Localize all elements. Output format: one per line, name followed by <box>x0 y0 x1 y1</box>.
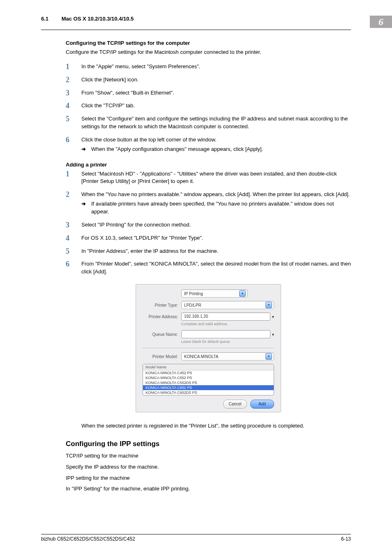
list-item[interactable]: KONICA MINOLTA C452 PS <box>143 370 274 375</box>
printer-address-input[interactable]: 192.168.1.20 <box>181 312 270 321</box>
queue-name-help: Leave blank for default queue <box>181 340 274 344</box>
step-text: Click the [Network] icon. <box>81 76 138 83</box>
printer-type-label: Printer Type: <box>143 303 181 308</box>
step-item: Click the [Network] icon. <box>66 76 351 84</box>
ipp-line: IPP setting for the machine <box>66 474 351 482</box>
step-text: In the "Apple" menu, select "System Pref… <box>81 63 200 69</box>
step-item: For OS X 10.3, select "LPD/LPR" for "Pri… <box>66 234 351 242</box>
adding-printer-steps: Select "Macintosh HD" - "Applications" -… <box>66 170 351 276</box>
step-substep: ➜ When the "Apply configuration changes"… <box>81 146 351 153</box>
ipp-heading: Configuring the IPP settings <box>66 440 351 448</box>
step-text: Click the close button at the top left c… <box>81 136 217 143</box>
section-title: Mac OS X 10.2/10.3/10.4/10.5 <box>62 16 134 22</box>
step-text: For OS X 10.3, select "LPD/LPR" for "Pri… <box>81 235 203 241</box>
substep-text: When the "Apply configuration changes" m… <box>91 146 351 153</box>
step-item: From "Printer Model", select "KONICA MIN… <box>66 260 351 276</box>
step-text: From "Printer Model", select "KONICA MIN… <box>81 261 351 275</box>
footer-left: bizhub C652/C652DS/C552/C552DS/C452 <box>41 536 135 542</box>
tcpip-steps: In the "Apple" menu, select "System Pref… <box>66 63 351 153</box>
step-text: Select the "Configure" item and configur… <box>81 116 348 130</box>
step-item: Select "Macintosh HD" - "Applications" -… <box>66 170 351 186</box>
step-item: In the "Apple" menu, select "System Pref… <box>66 63 351 71</box>
dropdown-icon: ▾ <box>239 290 246 297</box>
dialog-separator <box>143 348 274 348</box>
step-substep: ➜ If available printers have already bee… <box>81 200 351 216</box>
chapter-badge: 6 <box>370 16 392 28</box>
page-footer: bizhub C652/C652DS/C552/C552DS/C452 6-13 <box>41 534 351 542</box>
dropdown-icon[interactable]: ▾ <box>272 314 274 319</box>
connection-method-select[interactable]: IP Printing ▾ <box>181 289 248 298</box>
step-item: In "Printer Address", enter the IP addre… <box>66 247 351 255</box>
dropdown-icon[interactable]: ▾ <box>272 332 274 337</box>
tcpip-intro: Configure the TCP/IP settings for the Ma… <box>66 49 351 56</box>
arrow-icon: ➜ <box>81 146 91 153</box>
post-figure-note: When the selected printer is registered … <box>81 422 351 430</box>
dropdown-icon: ▾ <box>265 353 272 360</box>
printer-model-label: Printer Model: <box>143 354 181 359</box>
footer-right: 6-13 <box>341 536 351 542</box>
running-head: 6.1 Mac OS X 10.2/10.3/10.4/10.5 <box>41 16 134 22</box>
printer-model-select[interactable]: KONICA MINOLTA ▾ <box>181 352 274 361</box>
adding-printer-subhead: Adding a printer <box>66 162 351 168</box>
step-item: Click the close button at the top left c… <box>66 136 351 153</box>
cancel-button[interactable]: Cancel <box>223 400 247 409</box>
list-item[interactable]: KONICA MINOLTA C652DS PS <box>143 390 274 395</box>
page-header: 6.1 Mac OS X 10.2/10.3/10.4/10.5 6 <box>0 0 392 28</box>
screenshot-figure: IP Printing ▾ Printer Type: LPD/LPR ▾ Pr… <box>66 284 351 412</box>
connection-method-value: IP Printing <box>184 291 203 296</box>
step-text: Select "IP Printing" for the connection … <box>81 222 191 228</box>
add-button[interactable]: Add <box>250 400 274 409</box>
step-text: Select "Macintosh HD" - "Applications" -… <box>81 171 337 185</box>
section-number: 6.1 <box>41 16 48 22</box>
printer-address-help: Complete and valid address. <box>181 322 274 326</box>
ipp-line: TCP/IP setting for the machine <box>66 452 351 460</box>
step-text: In "Printer Address", enter the IP addre… <box>81 248 218 254</box>
printer-model-value: KONICA MINOLTA <box>184 354 219 359</box>
step-item: Click the "TCP/IP" tab. <box>66 102 351 110</box>
step-text: From "Show", select "Built-in Ethernet". <box>81 90 174 96</box>
list-item[interactable]: KONICA MINOLTA C552 PS <box>143 375 274 380</box>
dropdown-icon: ▾ <box>265 302 272 308</box>
substep-text: If available printers have already been … <box>91 200 351 216</box>
list-header: Model Name <box>143 364 274 370</box>
ip-printing-dialog: IP Printing ▾ Printer Type: LPD/LPR ▾ Pr… <box>136 284 281 412</box>
queue-name-label: Queue Name: <box>143 332 181 337</box>
printer-address-label: Printer Address: <box>143 314 181 319</box>
list-item[interactable]: KONICA MINOLTA C652 PS <box>143 385 274 390</box>
step-text: When the "You have no printers available… <box>81 191 350 197</box>
step-item: When the "You have no printers available… <box>66 191 351 216</box>
arrow-icon: ➜ <box>81 200 91 216</box>
ipp-line: Specify the IP address for the machine. <box>66 463 351 471</box>
step-item: From "Show", select "Built-in Ethernet". <box>66 89 351 97</box>
step-text: Click the "TCP/IP" tab. <box>81 102 135 109</box>
tcpip-subhead: Configuring the TCP/IP settings for the … <box>66 40 351 46</box>
step-item: Select "IP Printing" for the connection … <box>66 221 351 229</box>
printer-type-select[interactable]: LPD/LPR ▾ <box>181 301 274 309</box>
ipp-line: In "IPP Setting" for the machine, enable… <box>66 485 351 493</box>
step-item: Select the "Configure" item and configur… <box>66 115 351 131</box>
list-item[interactable]: KONICA MINOLTA C552DS PS <box>143 380 274 385</box>
queue-name-input[interactable] <box>181 330 270 338</box>
printer-type-value: LPD/LPR <box>184 303 201 308</box>
model-name-listbox[interactable]: Model Name KONICA MINOLTA C452 PS KONICA… <box>143 364 274 395</box>
